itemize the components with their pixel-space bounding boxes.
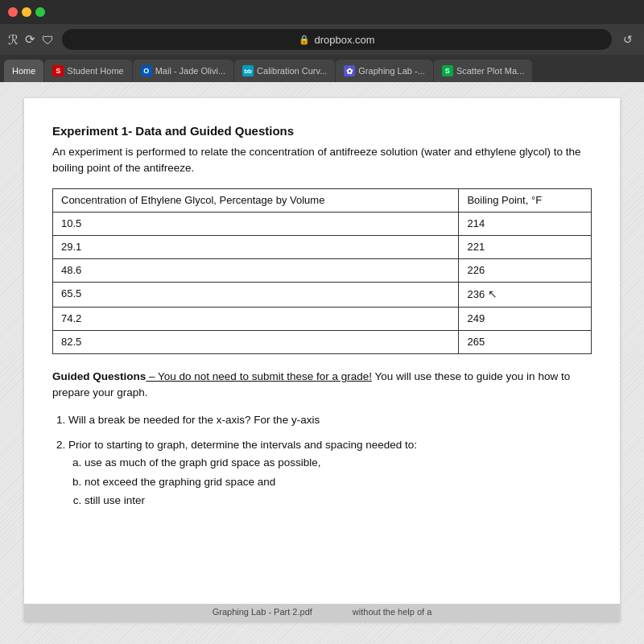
tab-calibration[interactable]: bb Calibration Curv... bbox=[234, 60, 335, 82]
reload-icon[interactable]: ↺ bbox=[620, 33, 636, 46]
refresh-icon[interactable]: ⟳ bbox=[25, 32, 35, 47]
page-content: Experiment 1- Data and Guided Questions … bbox=[0, 82, 644, 644]
table-cell-concentration-2: 29.1 bbox=[53, 235, 459, 258]
table-cell-boiling-4: 236 ↖ bbox=[459, 283, 592, 308]
question-2-text: Prior to starting to graph, determine th… bbox=[68, 439, 417, 451]
table-cell-boiling-6: 265 bbox=[459, 331, 592, 354]
tabs-bar: Home S Student Home O Mail - Jade Olivi.… bbox=[0, 55, 644, 82]
table-cell-concentration-5: 74.2 bbox=[53, 307, 459, 330]
shield-icon: 🛡 bbox=[42, 33, 54, 47]
sub-item-c: still use inter bbox=[85, 492, 592, 510]
browser-chrome: ℛ ⟳ 🛡 🔒 dropbox.com ↺ Home S Student Hom… bbox=[0, 0, 644, 82]
tab-favicon-student: S bbox=[52, 65, 64, 76]
tab-favicon-scatter: S bbox=[442, 65, 453, 76]
title-bar bbox=[0, 0, 644, 24]
tab-mail[interactable]: O Mail - Jade Olivi... bbox=[133, 60, 233, 82]
tab-mail-label: Mail - Jade Olivi... bbox=[155, 66, 225, 76]
minimize-button[interactable] bbox=[22, 7, 31, 17]
table-header-concentration: Concentration of Ethylene Glycol, Percen… bbox=[53, 188, 459, 212]
question-1-text: Will a break be needed for the x-axis? F… bbox=[68, 414, 320, 426]
guided-questions-label: Guided Questions bbox=[52, 370, 146, 382]
page-title: Experiment 1- Data and Guided Questions bbox=[52, 122, 592, 139]
tab-scatter-label: Scatter Plot Ma... bbox=[456, 66, 524, 76]
question-1: Will a break be needed for the x-axis? F… bbox=[68, 411, 592, 429]
table-row: 10.5 214 bbox=[53, 212, 592, 235]
table-cell-concentration-6: 82.5 bbox=[53, 331, 459, 354]
maximize-button[interactable] bbox=[35, 7, 45, 17]
bottom-bar: Graphing Lab - Part 2.pdf without the he… bbox=[24, 604, 620, 621]
question-2: Prior to starting to graph, determine th… bbox=[68, 436, 592, 509]
toolbar: ℛ ⟳ 🛡 🔒 dropbox.com ↺ bbox=[0, 24, 644, 55]
table-cell-boiling-2: 221 bbox=[459, 235, 592, 258]
table-row: 74.2 249 bbox=[53, 307, 592, 330]
tab-favicon-calibration: bb bbox=[242, 65, 254, 76]
tab-home[interactable]: Home bbox=[4, 60, 43, 82]
table-cell-boiling-5: 249 bbox=[459, 307, 592, 330]
extensions-icon: ℛ bbox=[8, 32, 19, 47]
guided-questions-intro: Guided Questions – You do not need to su… bbox=[52, 369, 592, 402]
table-cell-concentration-3: 48.6 bbox=[53, 259, 459, 283]
table-row: 65.5 236 ↖ bbox=[53, 283, 592, 308]
table-cell-boiling-1: 214 bbox=[459, 212, 592, 235]
tab-home-label: Home bbox=[12, 66, 35, 76]
tab-graphing[interactable]: ✿ Graphing Lab -... bbox=[336, 60, 433, 82]
tab-favicon-graphing: ✿ bbox=[344, 65, 355, 76]
close-button[interactable] bbox=[8, 7, 18, 17]
table-row: 29.1 221 bbox=[53, 235, 592, 258]
sub-item-b: not exceed the graphing grid space and bbox=[85, 473, 592, 491]
url-text: dropbox.com bbox=[314, 34, 374, 46]
cursor-indicator: ↖ bbox=[488, 287, 497, 303]
table-row: 82.5 265 bbox=[53, 331, 592, 354]
table-cell-boiling-3: 226 bbox=[459, 259, 592, 283]
document-area: Experiment 1- Data and Guided Questions … bbox=[24, 98, 620, 621]
lock-icon: 🔒 bbox=[299, 35, 310, 45]
sub-item-a: use as much of the graph grid space as p… bbox=[85, 454, 592, 472]
traffic-lights bbox=[8, 7, 45, 17]
tab-student-home-label: Student Home bbox=[67, 66, 123, 76]
question-2-subitems: use as much of the graph grid space as p… bbox=[68, 454, 592, 510]
tab-favicon-mail: O bbox=[141, 65, 152, 76]
table-cell-concentration-1: 10.5 bbox=[53, 212, 459, 235]
table-cell-concentration-4: 65.5 bbox=[53, 283, 459, 308]
toolbar-icons: ℛ ⟳ 🛡 bbox=[8, 32, 54, 47]
tab-calibration-label: Calibration Curv... bbox=[257, 66, 327, 76]
tab-student-home[interactable]: S Student Home bbox=[44, 60, 131, 82]
bottom-bar-right-text: without the help of a bbox=[353, 606, 431, 618]
tab-scatter[interactable]: S Scatter Plot Ma... bbox=[434, 60, 532, 82]
intro-text: An experiment is performed to relate the… bbox=[52, 144, 592, 177]
guided-questions-note: – You do not need to submit these for a … bbox=[146, 370, 372, 382]
questions-list: Will a break be needed for the x-axis? F… bbox=[52, 411, 592, 510]
bottom-bar-filename: Graphing Lab - Part 2.pdf bbox=[213, 606, 312, 618]
tab-graphing-label: Graphing Lab -... bbox=[358, 66, 425, 76]
address-bar[interactable]: 🔒 dropbox.com bbox=[62, 29, 612, 50]
table-header-boiling: Boiling Point, °F bbox=[459, 188, 592, 212]
table-row: 48.6 226 bbox=[53, 259, 592, 283]
data-table: Concentration of Ethylene Glycol, Percen… bbox=[52, 188, 592, 355]
